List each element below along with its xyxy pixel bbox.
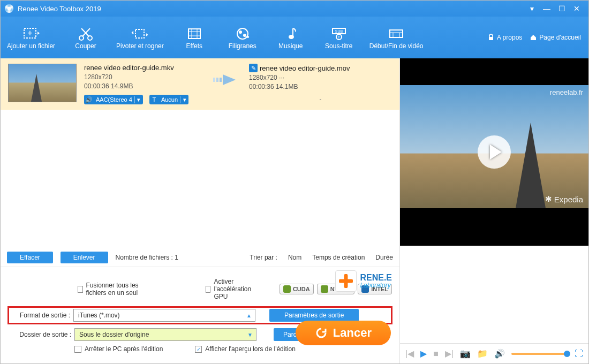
source-meta: 00:00:36 14.9MB [84,82,202,90]
film-icon [186,26,203,41]
settings-panel: Fusionner tous les fichiers en un seul A… [1,267,399,363]
cut-button[interactable]: Couper [62,17,110,58]
video-thumbnail [8,64,77,102]
watermark-button[interactable]: Filigranes [218,17,267,58]
shutdown-checkbox[interactable]: Arrêter le PC après l'édition [74,345,163,353]
effects-button[interactable]: Effets [170,17,218,58]
about-link[interactable]: A propos [487,34,522,41]
preview-checkbox[interactable]: ✓ Afficher l'aperçu lors de l'édition [195,345,295,353]
list-footer: Effacer Enlever Nombre de fichiers : 1 T… [1,248,399,267]
output-resolution: 1280x720 ··· [249,74,392,81]
text-icon: T [149,96,159,103]
output-meta: 00:00:36 14.1MB [249,83,392,90]
refresh-icon [315,327,328,339]
svg-text:T: T [338,35,341,39]
subtitle-button[interactable]: SUBT Sous-titre [315,17,363,58]
output-folder-combo[interactable]: Sous le dossier d'origine ▼ [74,328,256,341]
svg-point-10 [237,28,248,39]
folder-label: Dossier de sortie : [8,331,71,338]
subtitle-track-pill[interactable]: T Aucun ▾ [149,95,188,104]
subtitle-icon: SUBT [330,26,348,41]
svg-rect-19 [390,30,403,37]
play-overlay-icon[interactable] [478,135,511,169]
stop-button[interactable]: ■ [433,349,439,359]
svg-point-11 [239,31,242,34]
rotate-crop-button[interactable]: Pivoter et rogner [110,17,170,58]
title-bar: Renee Video Toolbox 2019 ▾ — ☐ ✕ [1,1,588,17]
brand-logo: RENE.ELaboratory [335,270,392,292]
video-preview[interactable]: reneelab.fr ✱ Expedia [400,58,588,246]
chevron-up-icon: ▲ [246,313,252,318]
speaker-icon: 🔊 [84,96,94,103]
music-icon [282,26,299,41]
output-placeholder: - [249,95,392,103]
toolbar: + Ajouter un fichier Couper Pivoter et r… [1,17,588,58]
watermark-top: reneelab.fr [550,88,583,96]
svg-rect-23 [489,37,493,40]
svg-point-14 [289,35,294,39]
output-filename: renee video editor-guide.mov [260,64,350,72]
svg-rect-26 [220,78,222,82]
add-file-icon: + [22,26,40,41]
chevron-down-icon[interactable]: ▾ [180,96,188,103]
svg-text:SUB: SUB [335,29,343,33]
home-link[interactable]: Page d'accueil [530,34,581,41]
sort-duration[interactable]: Durée [375,254,393,261]
prev-button[interactable]: |◀ [405,348,414,359]
source-filename: renee video editor-guide.mkv [84,64,202,72]
dropdown-icon[interactable]: ▾ [524,4,539,13]
source-resolution: 1280x720 [84,73,202,81]
startend-icon [388,26,405,41]
sort-time[interactable]: Temps de création [312,254,365,261]
minimize-button[interactable]: — [539,4,554,13]
maximize-button[interactable]: ☐ [554,4,569,13]
audio-track-pill[interactable]: 🔊 AAC(Stereo 4 ▾ [84,95,143,104]
close-button[interactable]: ✕ [569,4,584,13]
watermark-icon [234,26,251,41]
play-button[interactable]: ▶ [420,348,427,359]
home-icon [530,34,537,41]
svg-rect-24 [213,78,215,82]
clear-button[interactable]: Effacer [7,252,53,263]
cuda-badge: CUDA [280,284,314,294]
lock-icon [487,34,495,41]
fullscreen-button[interactable]: ⛶ [575,349,583,359]
open-folder-button[interactable]: 📁 [477,348,488,359]
chevron-down-icon: ▼ [247,332,253,338]
scissors-icon [77,26,94,41]
snapshot-button[interactable]: 📷 [460,348,471,359]
convert-arrow-icon [209,73,241,86]
app-logo-icon [5,4,13,13]
gpu-checkbox[interactable]: Activer l'accélération GPU [206,278,265,300]
svg-point-12 [243,34,246,37]
output-format-combo[interactable]: iTunes (*.mov) ▲ [73,309,255,322]
music-button[interactable]: Musique [267,17,315,58]
edit-icon[interactable]: ✎ [249,64,258,72]
output-params-button[interactable]: Paramètres de sortie [269,309,359,322]
merge-checkbox[interactable]: Fusionner tous les fichiers en un seul [78,282,158,297]
volume-slider[interactable] [511,353,568,355]
file-count: Nombre de fichiers : 1 [116,254,178,261]
chevron-down-icon[interactable]: ▾ [134,96,143,103]
sort-by-label: Trier par : [250,254,277,261]
launch-button[interactable]: Lancer [296,321,391,345]
svg-rect-5 [188,29,200,39]
crop-icon [131,26,148,41]
plus-icon [339,274,353,288]
volume-icon[interactable]: 🔊 [494,348,505,359]
file-list: renee video editor-guide.mkv 1280x720 00… [1,58,399,248]
add-file-button[interactable]: + Ajouter un fichier [1,17,62,58]
preview-controls: |◀ ▶ ■ ▶| 📷 📁 🔊 ⛶ [400,343,588,363]
svg-rect-25 [216,78,218,82]
next-button[interactable]: ▶| [445,348,454,359]
app-title: Renee Video Toolbox 2019 [18,5,101,13]
watermark-bottom: ✱ Expedia [545,194,583,204]
sort-name[interactable]: Nom [288,254,301,261]
file-row[interactable]: renee video editor-guide.mkv 1280x720 00… [1,58,399,110]
svg-text:+: + [27,28,32,37]
format-label: Format de sortie : [10,312,73,319]
remove-button[interactable]: Enlever [61,252,108,263]
start-end-button[interactable]: Début/Fin de vidéo [363,17,430,58]
svg-rect-4 [135,29,144,38]
svg-point-13 [247,36,249,38]
